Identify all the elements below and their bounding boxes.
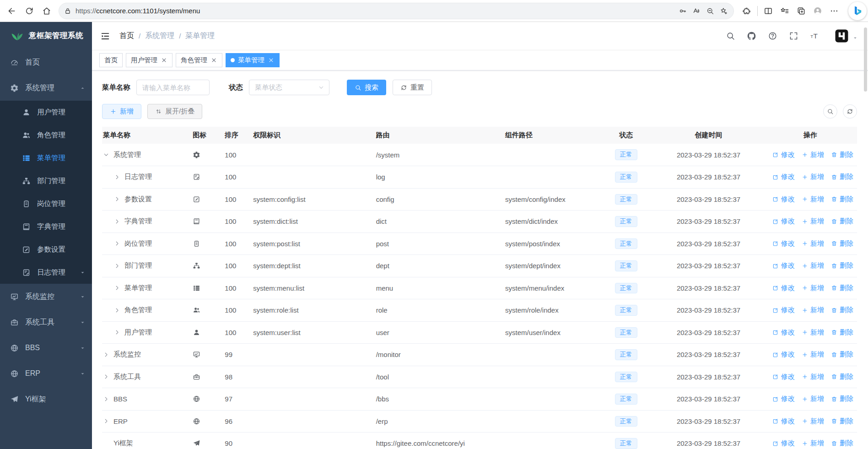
refresh-icon[interactable] (21, 3, 38, 19)
chevron-right-icon[interactable] (114, 240, 120, 247)
tab-首页[interactable]: 首页 (99, 53, 123, 67)
chevron-right-icon[interactable] (114, 196, 120, 202)
close-icon[interactable] (161, 57, 167, 64)
page-scrollbar[interactable] (864, 27, 867, 92)
edit-row-link[interactable]: 修改 (772, 373, 795, 381)
add-row-link[interactable]: 新增 (802, 439, 824, 448)
sidebar-item-2[interactable]: 系统管理 (0, 75, 92, 101)
status-badge[interactable]: 正常 (615, 283, 637, 294)
chevron-right-icon[interactable] (103, 396, 109, 402)
favorites-bar-icon[interactable] (776, 3, 793, 19)
add-row-link[interactable]: 新增 (802, 151, 824, 159)
delete-row-link[interactable]: 删除 (831, 417, 853, 426)
chevron-right-icon[interactable] (114, 285, 120, 291)
add-row-link[interactable]: 新增 (802, 284, 824, 292)
status-badge[interactable]: 正常 (615, 416, 637, 427)
chevron-right-icon[interactable] (114, 329, 120, 335)
refresh-table-button[interactable] (843, 104, 857, 119)
show-search-button[interactable] (823, 104, 837, 119)
sidebar-item-8[interactable]: 字典管理 (0, 215, 92, 238)
back-icon[interactable] (4, 3, 20, 19)
edit-row-link[interactable]: 修改 (772, 306, 795, 314)
read-aloud-icon[interactable] (690, 4, 703, 18)
edit-row-link[interactable]: 修改 (772, 173, 795, 181)
add-row-link[interactable]: 新增 (802, 173, 824, 181)
add-row-link[interactable]: 新增 (802, 395, 824, 403)
add-row-link[interactable]: 新增 (802, 195, 824, 204)
delete-row-link[interactable]: 删除 (831, 306, 853, 314)
delete-row-link[interactable]: 删除 (831, 395, 853, 403)
delete-row-link[interactable]: 删除 (831, 328, 853, 337)
add-row-link[interactable]: 新增 (802, 373, 824, 381)
tab-菜单管理[interactable]: 菜单管理 (226, 53, 280, 67)
edit-row-link[interactable]: 修改 (772, 284, 795, 292)
bing-chat-button[interactable] (848, 2, 867, 20)
font-size-icon[interactable]: TT (810, 31, 819, 41)
sidebar-item-9[interactable]: 参数设置 (0, 238, 92, 261)
delete-row-link[interactable]: 删除 (831, 373, 853, 381)
add-row-link[interactable]: 新增 (802, 306, 824, 314)
more-icon[interactable] (826, 3, 842, 19)
status-badge[interactable]: 正常 (615, 238, 637, 249)
add-row-link[interactable]: 新增 (802, 217, 824, 226)
status-badge[interactable]: 正常 (615, 394, 637, 405)
add-row-link[interactable]: 新增 (802, 328, 824, 337)
sidebar-item-10[interactable]: 日志管理 (0, 261, 92, 284)
chevron-right-icon[interactable] (114, 218, 120, 225)
add-row-link[interactable]: 新增 (802, 350, 824, 359)
tab-角色管理[interactable]: 角色管理 (176, 53, 222, 67)
sidebar-item-12[interactable]: 系统工具 (0, 309, 92, 335)
status-badge[interactable]: 正常 (615, 172, 637, 183)
add-row-link[interactable]: 新增 (802, 239, 824, 248)
profile-icon[interactable] (809, 3, 826, 19)
address-bar[interactable]: https://ccnetcore.com:1101/system/menu (59, 3, 734, 19)
home-icon[interactable] (38, 3, 55, 19)
fullscreen-icon[interactable] (789, 31, 798, 41)
sidebar-item-4[interactable]: 角色管理 (0, 124, 92, 146)
status-badge[interactable]: 正常 (615, 216, 637, 227)
status-badge[interactable]: 正常 (615, 349, 637, 360)
status-select[interactable]: 菜单状态 (249, 80, 329, 95)
sidebar-item-15[interactable]: Yi框架 (0, 386, 92, 412)
close-icon[interactable] (210, 57, 217, 64)
edit-row-link[interactable]: 修改 (772, 417, 795, 426)
key-icon[interactable] (676, 4, 690, 18)
zoom-out-icon[interactable] (703, 4, 717, 18)
delete-row-link[interactable]: 删除 (831, 217, 853, 226)
delete-row-link[interactable]: 删除 (831, 261, 853, 270)
sidebar-item-14[interactable]: ERP (0, 361, 92, 386)
chevron-right-icon[interactable] (114, 263, 120, 269)
search-icon[interactable] (726, 31, 735, 41)
breadcrumb-item[interactable]: 系统管理 (145, 31, 174, 41)
status-badge[interactable]: 正常 (615, 149, 637, 160)
extensions-icon[interactable] (739, 3, 755, 19)
close-icon[interactable] (268, 57, 275, 64)
breadcrumb-item[interactable]: 首页 (119, 31, 134, 41)
edit-row-link[interactable]: 修改 (772, 328, 795, 337)
sidebar-item-7[interactable]: 岗位管理 (0, 192, 92, 215)
sidebar-collapse-button[interactable] (92, 22, 119, 50)
edit-row-link[interactable]: 修改 (772, 151, 795, 159)
sidebar-item-3[interactable]: 用户管理 (0, 101, 92, 124)
status-badge[interactable]: 正常 (615, 372, 637, 383)
sidebar-item-1[interactable]: 首页 (0, 49, 92, 75)
add-row-link[interactable]: 新增 (802, 261, 824, 270)
chevron-right-icon[interactable] (114, 174, 120, 180)
edit-row-link[interactable]: 修改 (772, 439, 795, 448)
collections-icon[interactable] (793, 3, 809, 19)
expand-collapse-button[interactable]: 展开/折叠 (147, 104, 202, 119)
delete-row-link[interactable]: 删除 (831, 284, 853, 292)
status-badge[interactable]: 正常 (615, 305, 637, 316)
breadcrumb-item[interactable]: 菜单管理 (185, 31, 215, 41)
favorite-add-icon[interactable] (717, 4, 731, 18)
tab-用户管理[interactable]: 用户管理 (126, 53, 173, 67)
split-screen-icon[interactable] (760, 3, 776, 19)
status-badge[interactable]: 正常 (615, 438, 637, 449)
edit-row-link[interactable]: 修改 (772, 350, 795, 359)
delete-row-link[interactable]: 删除 (831, 173, 853, 181)
add-row-link[interactable]: 新增 (802, 417, 824, 426)
chevron-right-icon[interactable] (103, 352, 109, 358)
delete-row-link[interactable]: 删除 (831, 151, 853, 159)
sidebar-item-13[interactable]: BBS (0, 335, 92, 361)
sidebar-item-5[interactable]: 菜单管理 (0, 146, 92, 169)
